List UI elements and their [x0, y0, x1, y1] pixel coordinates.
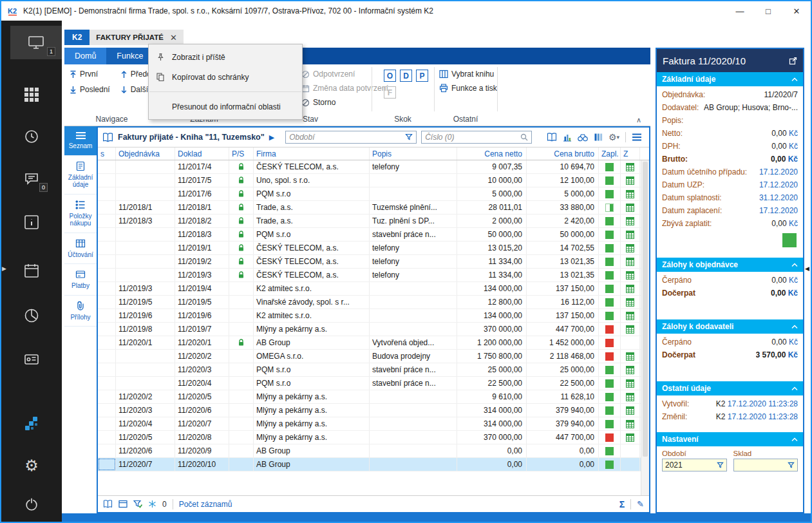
section-header[interactable]: Nastavení: [657, 432, 803, 446]
rail-item-power[interactable]: [1, 491, 62, 517]
last-record-button[interactable]: Poslední: [70, 85, 110, 94]
columns-icon[interactable]: [594, 133, 603, 142]
sum-icon[interactable]: Σ: [619, 499, 625, 509]
snowflake-icon[interactable]: [148, 500, 156, 508]
rail-item-history[interactable]: [1, 124, 62, 149]
table-row[interactable]: 11/2017/6 PQM s.r.o 5 000,00 5 000,00: [98, 187, 641, 201]
rail-item-k2-ai[interactable]: [1, 411, 62, 437]
table-row[interactable]: 11/2017/5 Uno, spol. s r.o. 10 000,00 12…: [98, 174, 641, 187]
column-header-ps[interactable]: P/S: [229, 147, 254, 160]
close-button[interactable]: ✕: [782, 1, 811, 21]
section-header[interactable]: Zálohy k objednávce: [657, 258, 803, 272]
menu-item-show-next-time[interactable]: Zobrazit i příště: [149, 47, 302, 67]
column-header-objednavka[interactable]: Objednávka: [116, 147, 175, 160]
row-select-cell[interactable]: [98, 214, 116, 227]
row-select-cell[interactable]: [98, 309, 116, 322]
left-splitter-arrow[interactable]: ▶: [2, 265, 6, 272]
book-dropdown-icon[interactable]: ▶: [269, 133, 274, 142]
table-row[interactable]: 11/2019/5 11/2019/5 Vinařské závody, spo…: [98, 296, 641, 309]
sidebar-item-platby[interactable]: Platby: [64, 264, 97, 296]
table-row[interactable]: 11/2019/2 ČESKÝ TELECOM, a.s. telefony 1…: [98, 255, 641, 269]
period-input[interactable]: [289, 133, 402, 142]
table-row[interactable]: 11/2020/4 PQM s.r.o stavební práce n... …: [98, 377, 641, 390]
search-icon[interactable]: [520, 133, 528, 141]
table-row[interactable]: 11/2018/1 11/2018/1 Trade, a.s. Tuzemské…: [98, 201, 641, 214]
row-select-cell[interactable]: [98, 269, 116, 281]
chevron-up-icon[interactable]: [791, 325, 798, 329]
row-select-cell[interactable]: [98, 174, 116, 187]
sidebar-item-prilohy[interactable]: Přílohy: [64, 296, 97, 327]
print-book-icon[interactable]: [547, 133, 557, 142]
table-row[interactable]: 11/2018/3 PQM s.r.o stavební práce n... …: [98, 228, 641, 242]
row-select-cell[interactable]: [98, 242, 116, 254]
table-row[interactable]: 11/2017/4 ČESKÝ TELECOM, a.s. telefony 9…: [98, 160, 641, 174]
row-select-cell[interactable]: [98, 336, 116, 349]
chevron-up-icon[interactable]: [791, 437, 798, 442]
row-select-cell[interactable]: [98, 350, 116, 363]
sidebar-item-uctovani[interactable]: Účtování: [64, 233, 97, 265]
menu-item-move-to-info-area[interactable]: Přesunout do informační oblasti: [149, 97, 302, 117]
menu-item-copy-to-clipboard[interactable]: Kopírovat do schránky: [149, 67, 302, 87]
first-record-button[interactable]: První: [70, 70, 110, 79]
functions-print-button[interactable]: Funkce a tisk: [439, 84, 497, 93]
table-row[interactable]: 11/2020/1 11/2020/1 AB Group Vytvořená o…: [98, 336, 641, 350]
row-select-cell[interactable]: [98, 444, 116, 457]
binoculars-icon[interactable]: [578, 133, 588, 142]
column-header-popis[interactable]: Popis: [370, 147, 457, 160]
storno-button[interactable]: Storno: [301, 98, 388, 107]
sidebar-item-zakladni-udaje[interactable]: Základní údaje: [64, 156, 97, 195]
right-splitter-arrow[interactable]: ◀: [805, 265, 809, 272]
row-select-cell[interactable]: [98, 201, 116, 214]
jump-f-button[interactable]: F: [384, 86, 396, 99]
tab-k2[interactable]: K2: [64, 30, 90, 45]
change-confirm-date-button[interactable]: Změna data potvrzení: [301, 84, 388, 93]
table-row[interactable]: 11/2019/3 11/2019/4 K2 atmitec s.r.o. 13…: [98, 282, 641, 296]
jump-p-button[interactable]: P: [416, 70, 428, 82]
row-select-cell[interactable]: [98, 187, 116, 200]
column-header-doklad[interactable]: Doklad: [175, 147, 229, 160]
table-row[interactable]: 11/2020/6 11/2020/9 AB Group 0,00 0,00: [98, 444, 641, 458]
rail-item-calendar[interactable]: [1, 258, 62, 283]
setting-input[interactable]: [733, 459, 798, 471]
tab-faktury-prijate[interactable]: FAKTURY PŘIJATÉ ✕: [90, 30, 183, 45]
jump-o-button[interactable]: O: [384, 70, 396, 82]
row-select-cell[interactable]: [98, 160, 116, 173]
sidebar-item-seznam[interactable]: Seznam: [64, 126, 97, 156]
setting-input[interactable]: 2021: [662, 459, 727, 471]
scrollbar-thumb[interactable]: [643, 162, 648, 457]
section-header[interactable]: Ostatní údaje: [657, 381, 803, 395]
table-row[interactable]: 11/2019/3 ČESKÝ TELECOM, a.s. telefony 1…: [98, 269, 641, 282]
table-row[interactable]: 11/2019/8 11/2019/7 Mlýny a pekárny a.s.…: [98, 323, 641, 336]
book-view-icon[interactable]: [103, 500, 113, 508]
card-view-icon[interactable]: [118, 500, 127, 508]
number-input[interactable]: [425, 133, 518, 142]
rail-item-settings[interactable]: ⚙: [1, 453, 62, 479]
chart-icon[interactable]: [563, 133, 572, 142]
rail-item-desktop[interactable]: 1: [10, 26, 62, 59]
table-row[interactable]: 11/2020/5 11/2020/8 Mlýny a pekárny a.s.…: [98, 431, 641, 444]
ribbon-tab-domu[interactable]: Domů: [64, 48, 106, 64]
minimize-button[interactable]: —: [726, 1, 754, 21]
row-select-cell[interactable]: [98, 417, 116, 430]
rail-item-info[interactable]: [1, 209, 62, 235]
rail-item-modules[interactable]: [1, 82, 62, 108]
column-header-cena-netto[interactable]: Cena netto: [457, 147, 527, 160]
row-select-cell[interactable]: [98, 458, 116, 471]
filter-dropdown-icon[interactable]: [788, 462, 795, 469]
column-header-zapl[interactable]: Zapl.: [599, 147, 621, 160]
grid-settings-button[interactable]: ⚙▾: [609, 132, 619, 142]
vertical-scrollbar[interactable]: [641, 160, 649, 495]
hamburger-menu-icon[interactable]: [632, 133, 642, 141]
edit-pencil-icon[interactable]: ✎: [637, 499, 644, 509]
table-row[interactable]: 11/2020/2 11/2020/5 Mlýny a pekárny a.s.…: [98, 390, 641, 404]
chevron-up-icon[interactable]: [791, 263, 798, 267]
tab-close-icon[interactable]: ✕: [170, 33, 177, 43]
table-row[interactable]: 11/2020/2 OMEGA s.r.o. Budova prodejny 1…: [98, 350, 641, 363]
row-select-cell[interactable]: [98, 390, 116, 403]
rail-item-telephony[interactable]: [1, 347, 62, 372]
row-select-cell[interactable]: [98, 282, 116, 295]
row-select-cell[interactable]: [98, 363, 116, 376]
row-select-cell[interactable]: [98, 255, 116, 268]
column-header-z[interactable]: Z: [621, 147, 640, 160]
chevron-up-icon[interactable]: [791, 386, 798, 391]
